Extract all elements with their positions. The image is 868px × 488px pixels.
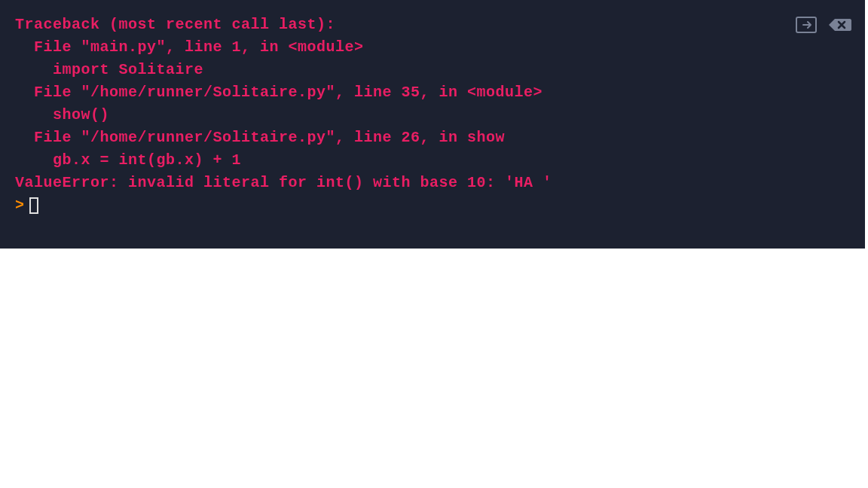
terminal-output: Traceback (most recent call last): File … [0, 0, 865, 249]
traceback-line: Traceback (most recent call last): [15, 14, 850, 36]
traceback-line: File "/home/runner/Solitaire.py", line 2… [15, 127, 850, 149]
expand-icon[interactable] [796, 17, 817, 33]
traceback-line: File "main.py", line 1, in <module> [15, 36, 850, 59]
cursor [29, 197, 38, 214]
traceback-line: File "/home/runner/Solitaire.py", line 3… [15, 81, 850, 104]
traceback-line: gb.x = int(gb.x) + 1 [15, 149, 850, 172]
traceback-line: ValueError: invalid literal for int() wi… [15, 172, 850, 194]
terminal-toolbar [796, 17, 851, 33]
traceback-line: show() [15, 104, 850, 127]
traceback-line: import Solitaire [15, 59, 850, 81]
prompt-symbol: > [15, 194, 25, 217]
prompt-line[interactable]: > [15, 194, 850, 217]
clear-icon[interactable] [829, 17, 851, 32]
